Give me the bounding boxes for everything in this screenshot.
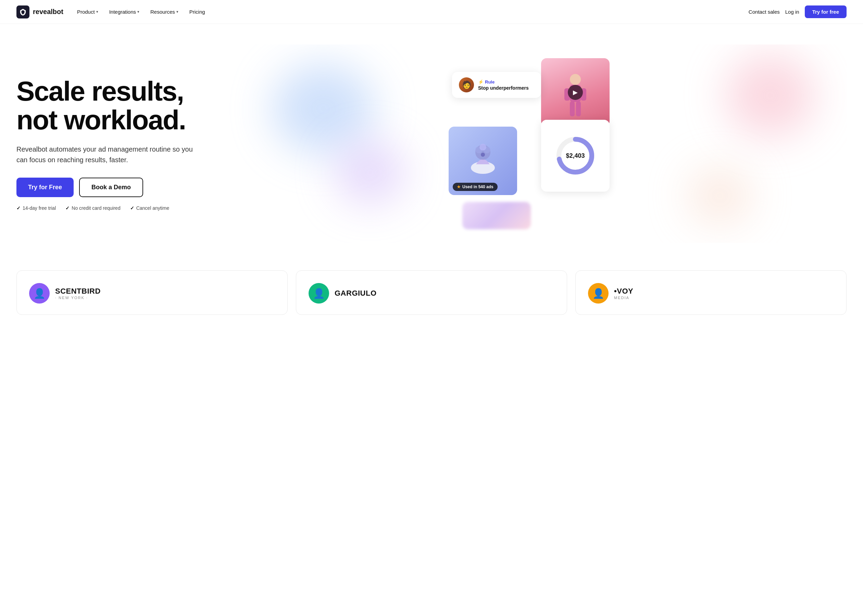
hero-buttons: Try for Free Book a Demo: [16, 178, 195, 197]
hero-subtext: Revealbot automates your ad management r…: [16, 144, 195, 165]
nav-item-pricing[interactable]: Pricing: [184, 6, 210, 17]
testimonial-brand-gargiulo: GARGIULO: [335, 289, 377, 298]
testimonial-logo-row: 👤 SCENTBIRD · NEW YORK ·: [29, 283, 275, 303]
brand-sub: MEDIA: [614, 296, 633, 300]
avatar-voy: 👤: [588, 283, 609, 303]
rule-label: ⚡ Rule: [478, 79, 534, 85]
hero-cards: 🧑 ⚡ Rule Stop underperformers: [445, 58, 609, 229]
testimonial-logo-row: 👤 GARGIULO: [309, 283, 554, 303]
nav-right: Contact sales Log in Try for free: [749, 5, 847, 18]
logo-icon: [16, 5, 30, 19]
rule-text: ⚡ Rule Stop underperformers: [478, 79, 534, 91]
chevron-down-icon: ▾: [137, 9, 139, 14]
testimonial-logo-row: 👤 •VOY MEDIA: [588, 283, 834, 303]
hero-section: Scale results, not workload. Revealbot a…: [0, 24, 863, 257]
nav-item-resources[interactable]: Resources ▾: [146, 6, 183, 17]
testimonial-card-scentbird: 👤 SCENTBIRD · NEW YORK ·: [16, 270, 288, 315]
nav-item-product[interactable]: Product ▾: [72, 6, 103, 17]
hero-headline: Scale results, not workload.: [16, 77, 195, 135]
testimonial-card-gargiulo: 👤 GARGIULO: [296, 270, 567, 315]
brand-name: GARGIULO: [335, 289, 377, 298]
check-no-card: ✓ No credit card required: [65, 205, 120, 211]
svg-rect-5: [576, 101, 581, 116]
svg-rect-4: [570, 101, 575, 116]
revealbot-icon: [19, 8, 27, 16]
donut-chart: $2,403: [555, 135, 596, 176]
testimonials-section: 👤 SCENTBIRD · NEW YORK · 👤 GARGIULO 👤 •V…: [0, 257, 863, 328]
nav-item-integrations[interactable]: Integrations ▾: [104, 6, 144, 17]
check-cancel: ✓ Cancel anytime: [130, 205, 170, 211]
blob-peach: [689, 168, 751, 223]
nav-try-free-button[interactable]: Try for free: [805, 5, 847, 18]
avatar-scentbird: 👤: [29, 283, 50, 303]
brand-sub: · NEW YORK ·: [55, 296, 101, 300]
blob-blue: [272, 64, 375, 153]
testimonial-brand-scentbird: SCENTBIRD · NEW YORK ·: [55, 287, 101, 300]
chevron-down-icon: ▾: [176, 9, 178, 14]
testimonial-card-voy: 👤 •VOY MEDIA: [575, 270, 847, 315]
contact-sales-link[interactable]: Contact sales: [749, 9, 780, 15]
brand-name: SCENTBIRD: [55, 287, 101, 296]
bottom-blur-decoration: [462, 202, 531, 229]
logo[interactable]: revealbot: [16, 5, 63, 19]
blob-purple: [336, 142, 405, 203]
play-button[interactable]: ▶: [568, 85, 583, 100]
used-in-ads-text: Used in 540 ads: [462, 184, 493, 189]
hero-checks: ✓ 14-day free trial ✓ No credit card req…: [16, 205, 195, 211]
brand-name: •VOY: [614, 287, 633, 296]
testimonial-brand-voy: •VOY MEDIA: [614, 287, 633, 300]
star-icon: ★: [457, 184, 461, 189]
donut-chart-card: $2,403: [541, 120, 609, 192]
check-trial: ✓ 14-day free trial: [16, 205, 56, 211]
blob-pink: [726, 54, 815, 137]
avatar: 🧑: [459, 77, 474, 93]
rule-card: 🧑 ⚡ Rule Stop underperformers: [452, 72, 541, 98]
navbar: revealbot Product ▾ Integrations ▾ Resou…: [0, 0, 863, 24]
logo-text: revealbot: [33, 8, 63, 16]
chevron-down-icon: ▾: [96, 9, 98, 14]
svg-point-12: [481, 152, 485, 157]
hero-content: Scale results, not workload. Revealbot a…: [16, 77, 195, 211]
bolt-icon: ⚡: [478, 79, 483, 85]
rule-description: Stop underperformers: [478, 85, 534, 91]
svg-point-11: [479, 144, 486, 151]
nav-menu: Product ▾ Integrations ▾ Resources ▾ Pri…: [72, 6, 210, 17]
flower-image: ★ Used in 540 ads: [449, 127, 517, 195]
fitness-ad-card: ▶: [541, 58, 609, 127]
login-link[interactable]: Log in: [785, 9, 799, 15]
try-free-button[interactable]: Try for Free: [16, 178, 74, 197]
svg-point-0: [570, 74, 581, 85]
shoe-flower-icon: [466, 140, 500, 181]
used-in-ads-badge: ★ Used in 540 ads: [453, 183, 498, 191]
book-demo-button[interactable]: Book a Demo: [79, 178, 143, 197]
avatar-gargiulo: 👤: [309, 283, 329, 303]
donut-value: $2,403: [566, 152, 584, 159]
hero-visual: 🧑 ⚡ Rule Stop underperformers: [208, 55, 847, 233]
flower-ad-card: ★ Used in 540 ads: [449, 127, 517, 195]
